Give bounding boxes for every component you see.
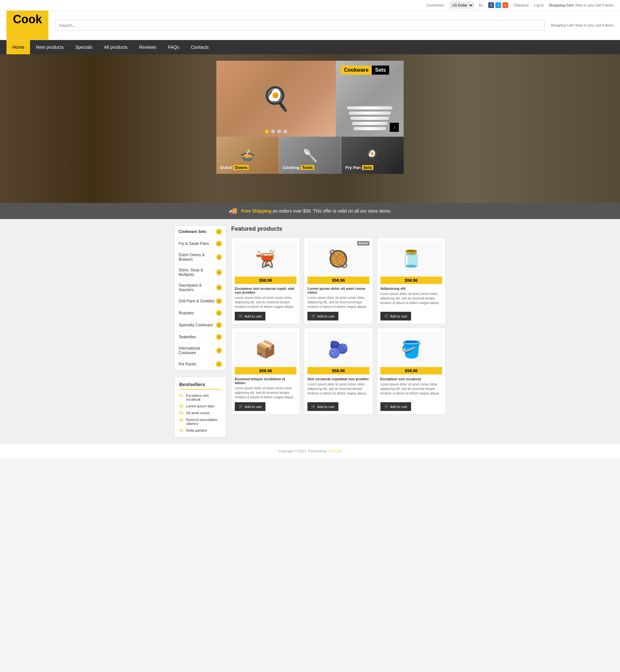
sidebar-item-international[interactable]: International Cookware › <box>175 343 226 358</box>
product-desc-6: Lorem ipsum dolor sit amet conse cletur … <box>380 382 442 400</box>
search-input[interactable] <box>55 20 545 31</box>
cookware-sets-badge: Cookware Sets <box>341 65 389 75</box>
sidebar-item-grill-pans[interactable]: Grill Pans & Griddles › <box>175 295 226 307</box>
main-nav: Home New products Specials All products … <box>0 40 620 54</box>
roasters-arrow: › <box>216 310 222 316</box>
product-card-3: 🫙 $58.96 Adipisicing elit Lorem ipsum do… <box>377 237 446 324</box>
frypan-sets-label: Fry Pan Sets <box>345 165 373 170</box>
login-link[interactable]: Log In <box>534 3 544 7</box>
grill-pans-arrow: › <box>216 298 222 304</box>
product-name-1: Excepteur sint occaecat cupid- atat non … <box>235 287 297 294</box>
hero-dot-4[interactable] <box>283 130 288 134</box>
frypan-sets-tile[interactable]: 🍳 Fry Pan Sets <box>341 137 404 174</box>
sidebar-item-dutch-ovens[interactable]: Dutch Ovens & Braisers › <box>175 250 226 265</box>
shipping-banner: 🚚 Free Shipping on orders over $99. This… <box>0 203 620 219</box>
cart-icon-2: 🛒 <box>311 314 316 318</box>
cart-icon-6: 🛒 <box>384 404 389 409</box>
product-price-4: $58.96 <box>235 367 297 375</box>
logo-line2: ware <box>13 25 42 37</box>
hero-main-image: 🍳 <box>216 61 336 137</box>
product-desc-3: Lorem ipsum dolor sit amet conse cletur … <box>380 292 442 309</box>
footer: Copyright © 2013. Powered by Zen Cart <box>0 444 620 458</box>
bestseller-3: 03. Sit amet conse <box>179 411 221 415</box>
pan-layer-3 <box>350 116 389 120</box>
bestseller-link-3[interactable]: Sit amet conse <box>186 411 210 415</box>
product-image-4: 📦 <box>235 332 297 367</box>
checkout-link[interactable]: Checkout <box>513 3 528 7</box>
bestseller-5: 05. Nulla pariafur <box>179 428 221 432</box>
teakettles-arrow: › <box>216 334 222 340</box>
sidebar-item-cookware-sets[interactable]: Cookware Sets › <box>175 226 226 238</box>
product-desc-1: Lorem ipsum dolor sit amet conse cletur … <box>235 296 297 309</box>
sidebar-item-roasters[interactable]: Roasters › <box>175 307 226 319</box>
sidebar-item-saucepans[interactable]: Saucepans & Sauciers › <box>175 280 226 295</box>
product-name-5: Sint occaecat cupidatat non proiden <box>307 377 369 381</box>
hero-dots <box>265 130 288 134</box>
currency-select[interactable]: US Dollar <box>450 2 474 8</box>
cart-label: Shopping Cart: <box>549 3 574 7</box>
product-image-2: 🥘 $78.96 <box>307 241 369 277</box>
social-icons: f t r <box>488 2 508 8</box>
hero-dot-3[interactable] <box>277 130 281 134</box>
main-area: Cookware Sets › Fry & Saute Pans › Dutch… <box>0 219 620 444</box>
add-to-cart-button-2[interactable]: 🛒 Add to cart <box>307 312 338 321</box>
international-arrow: › <box>216 348 222 353</box>
fry-saute-arrow: › <box>216 241 222 246</box>
hero-dot-2[interactable] <box>271 130 275 134</box>
site-header: Cook ware Shopping Cart: Now in your car… <box>0 11 620 40</box>
bestseller-link-2[interactable]: Lorem ipsum dolo <box>186 404 214 408</box>
nav-specials[interactable]: Specials <box>69 40 98 54</box>
product-card-4: 📦 $58.96 Eiusmod tempor incididunt ut la… <box>231 328 300 415</box>
sidebar-item-fry-saute[interactable]: Fry & Saute Pans › <box>175 238 226 250</box>
shipping-bold-text: Free Shipping <box>241 208 271 213</box>
shipping-text: on orders over $99. This offer is valid … <box>272 208 392 213</box>
sidebar-item-teakettles[interactable]: Teakettles › <box>175 331 226 343</box>
nav-all-products[interactable]: All products <box>98 40 134 54</box>
stock-soup-arrow: › <box>216 270 222 275</box>
bestseller-link-1[interactable]: Excepteur sint occaecat <box>186 393 221 401</box>
hero-section: 🍳 Cookware Sets <box>0 54 620 203</box>
pan-stack <box>347 106 392 130</box>
sidebar: Cookware Sets › Fry & Saute Pans › Dutch… <box>174 226 226 437</box>
product-image-1: 🫕 <box>235 241 297 277</box>
nav-home[interactable]: Home <box>6 40 30 54</box>
add-to-cart-button-3[interactable]: 🛒 Add to cart <box>380 312 411 321</box>
product-desc-4: Lorem ipsum dolor sit amet conse cletur … <box>235 386 297 400</box>
sidebar-item-stock-soup[interactable]: Stock, Soup & Multipots › <box>175 265 226 280</box>
nav-reviews[interactable]: Reviews <box>134 40 162 54</box>
nav-new-products[interactable]: New products <box>30 40 69 54</box>
footer-link[interactable]: Zen Cart <box>328 449 342 453</box>
product-price-1: $58.96 <box>235 277 297 284</box>
top-bar: Currencies: US Dollar En f t r Checkout … <box>0 0 620 11</box>
rss-icon[interactable]: r <box>503 2 508 8</box>
shipping-icon: 🚚 <box>228 207 237 215</box>
site-logo[interactable]: Cook ware <box>6 11 48 40</box>
facebook-icon[interactable]: f <box>488 2 494 8</box>
add-to-cart-button-4[interactable]: 🛒 Add to cart <box>235 402 265 411</box>
hero-next-button[interactable]: › <box>390 123 399 132</box>
sidebar-item-specialty[interactable]: Specialty Cookware › <box>175 319 226 331</box>
lang-selector[interactable]: En <box>479 3 483 7</box>
cart-info: Shopping Cart: Now in your cart 0 items <box>549 3 614 7</box>
hero-dot-1[interactable] <box>265 130 269 134</box>
product-image-3: 🫙 <box>380 241 442 277</box>
add-to-cart-button-6[interactable]: 🛒 Add to cart <box>380 402 411 411</box>
bestseller-2: 02. Lorem ipsum dolo <box>179 404 221 408</box>
content-wrapper: Cookware Sets › Fry & Saute Pans › Dutch… <box>171 226 449 437</box>
sidebar-menu: Cookware Sets › Fry & Saute Pans › Dutch… <box>174 226 226 370</box>
dutch-ovens-tile[interactable]: 🍲 Dutch Ovens <box>216 137 279 174</box>
bestseller-link-4[interactable]: Nostrud exercitation ullamco <box>186 418 221 426</box>
bestseller-1: 01. Excepteur sint occaecat <box>179 393 221 401</box>
product-card-2: 🥘 $78.96 $58.96 Lorem ipsum dolor sit am… <box>304 237 373 324</box>
product-image-6: 🪣 <box>380 332 442 367</box>
nav-contacts[interactable]: Contacts <box>185 40 214 54</box>
hero-center: 🍳 Cookware Sets <box>216 61 404 174</box>
cooking-tools-tile[interactable]: 🥄 Cooking Tools <box>279 137 342 174</box>
bestseller-link-5[interactable]: Nulla pariafur <box>186 428 207 432</box>
add-to-cart-button-1[interactable]: 🛒 Add to cart <box>235 312 265 321</box>
sidebar-item-pot-racks[interactable]: Pot Racks › <box>175 358 226 370</box>
product-name-3: Adipisicing elit <box>380 287 442 290</box>
add-to-cart-button-5[interactable]: 🛒 Add to cart <box>307 402 338 411</box>
twitter-icon[interactable]: t <box>495 2 501 8</box>
nav-faqs[interactable]: FAQs <box>162 40 185 54</box>
